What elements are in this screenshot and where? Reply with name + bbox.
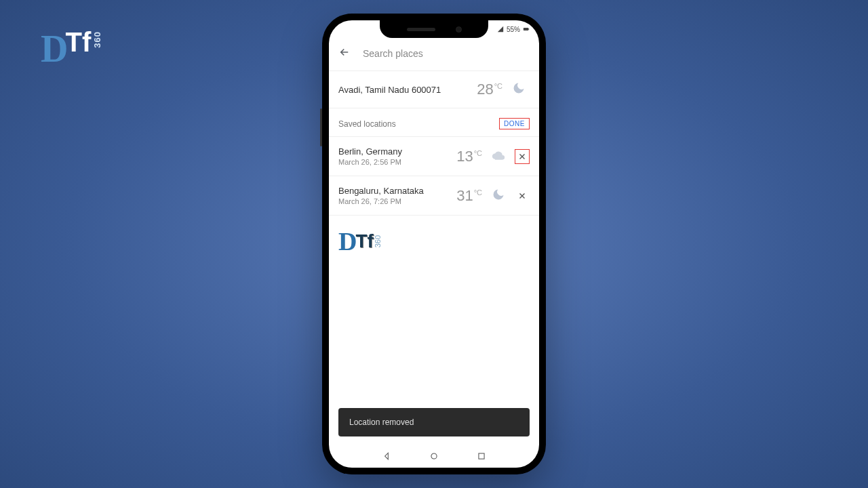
moon-icon [512,81,526,98]
svg-rect-0 [524,28,529,30]
battery-icon [523,26,530,33]
nav-recent-icon[interactable] [477,451,486,464]
toast-message: Location removed [349,418,414,427]
notch-speaker [407,28,435,31]
remove-location-button[interactable] [515,188,530,203]
logo-letter-t: Tf [355,230,373,252]
saved-location-time: March 26, 7:26 PM [338,197,451,205]
android-navbar [329,447,539,468]
saved-location-name: Bengaluru, Karnataka [338,186,451,196]
saved-location-time: March 26, 2:56 PM [338,158,451,166]
logo-letter-d: D [338,226,357,256]
signal-icon [497,26,504,33]
back-arrow-icon[interactable] [338,46,351,61]
saved-location-row[interactable]: Bengaluru, Karnataka March 26, 7:26 PM 3… [329,176,539,216]
logo-number: 360 [92,31,102,48]
phone-notch [380,20,488,38]
toast-snackbar: Location removed [338,408,530,436]
remove-location-button[interactable] [515,149,530,164]
close-icon [517,191,527,201]
saved-location-name: Berlin, Germany [338,146,451,157]
phone-side-button [320,108,322,146]
saved-locations-title: Saved locations [338,119,396,129]
logo-letter-t: Tf [65,27,91,58]
saved-locations-header: Saved locations DONE [329,108,539,137]
current-temp: 28 °C [477,81,502,98]
saved-temp: 13 °C [456,148,482,165]
svg-rect-3 [479,453,484,459]
svg-rect-1 [528,28,529,30]
svg-point-2 [431,453,437,459]
brand-logo-inline: D Tf 360 [329,216,539,267]
saved-temp: 31 °C [456,187,482,205]
notch-camera [456,26,462,33]
battery-percent: 55% [507,26,520,33]
cloud-icon [492,148,505,165]
nav-home-icon[interactable] [429,451,439,464]
search-row[interactable]: Search places [329,38,539,71]
phone-frame: 55% Search places Avadi, Tamil Nadu 6000… [322,14,546,474]
search-input[interactable]: Search places [363,48,423,59]
close-icon [517,152,527,161]
logo-letter-d: D [41,27,68,70]
moon-icon [492,188,505,204]
logo-number: 360 [374,235,382,247]
current-location-name: Avadi, Tamil Nadu 600071 [338,85,471,95]
phone-screen: 55% Search places Avadi, Tamil Nadu 6000… [329,20,539,468]
saved-location-row[interactable]: Berlin, Germany March 26, 2:56 PM 13 °C [329,137,539,176]
current-location-row[interactable]: Avadi, Tamil Nadu 600071 28 °C [329,71,539,108]
nav-back-icon[interactable] [382,451,391,464]
done-button[interactable]: DONE [499,118,530,129]
brand-logo-corner: D Tf 360 [41,27,102,70]
